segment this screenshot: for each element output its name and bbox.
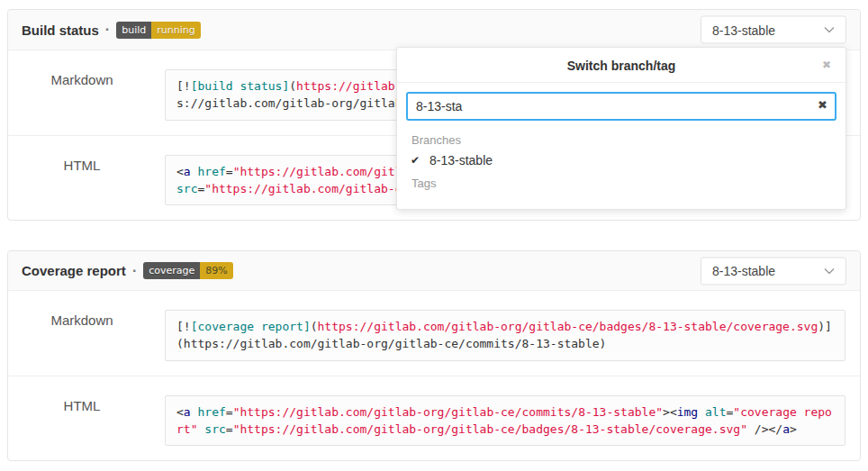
- markdown-row: Markdown [![coverage report](https://git…: [8, 291, 860, 376]
- clear-search-icon[interactable]: ✖: [818, 99, 827, 111]
- dropdown-search: ✖: [406, 92, 836, 121]
- coverage-badge: coverage 89%: [143, 262, 233, 279]
- html-row: HTML <a href="https://gitlab.com/gitlab-…: [8, 376, 860, 460]
- branch-item[interactable]: ✔ 8-13-stable: [406, 149, 836, 171]
- branch-selector-value: 8-13-stable: [712, 23, 775, 37]
- branch-search-input[interactable]: [406, 92, 836, 121]
- row-label: HTML: [23, 395, 141, 446]
- coverage-report-panel: Coverage report · coverage 89% 8-13-stab…: [7, 250, 861, 461]
- branch-item-name: 8-13-stable: [429, 153, 493, 168]
- badge-value: 89%: [200, 262, 232, 279]
- dropdown-header: Switch branch/tag ✖: [397, 48, 845, 83]
- branch-selector[interactable]: 8-13-stable: [701, 257, 846, 285]
- chevron-down-icon: [824, 267, 835, 274]
- check-icon: ✔: [411, 154, 420, 167]
- coverage-report-header: Coverage report · coverage 89% 8-13-stab…: [8, 251, 860, 291]
- tags-section-label: Tags: [406, 171, 836, 193]
- branch-selector[interactable]: 8-13-stable: [701, 16, 846, 44]
- branch-selector-value: 8-13-stable: [712, 264, 775, 278]
- title-separator: ·: [132, 263, 137, 279]
- branches-section-label: Branches: [406, 128, 836, 149]
- badge-value: running: [151, 22, 200, 39]
- build-status-header: Build status · build running 8-13-stable: [8, 10, 860, 50]
- dropdown-list: Branches ✔ 8-13-stable Tags: [397, 121, 845, 209]
- branch-switcher-dropdown: Switch branch/tag ✖ ✖ Branches ✔ 8-13-st…: [396, 47, 846, 210]
- row-label: Markdown: [23, 69, 141, 121]
- html-snippet: <a href="https://gitlab.com/gitlab-org/g…: [165, 395, 845, 446]
- row-label: Markdown: [23, 310, 141, 361]
- chevron-down-icon: [824, 27, 835, 33]
- badge-label: coverage: [143, 262, 200, 279]
- badge-label: build: [116, 22, 151, 39]
- title-separator: ·: [105, 22, 110, 38]
- panel-title: Coverage report: [22, 263, 126, 278]
- close-icon[interactable]: ✖: [822, 59, 831, 70]
- markdown-snippet: [![coverage report](https://gitlab.com/g…: [165, 310, 845, 361]
- row-label: HTML: [23, 155, 141, 205]
- panel-title: Build status: [22, 23, 99, 38]
- dropdown-title: Switch branch/tag: [567, 59, 676, 73]
- build-status-badge: build running: [116, 22, 201, 39]
